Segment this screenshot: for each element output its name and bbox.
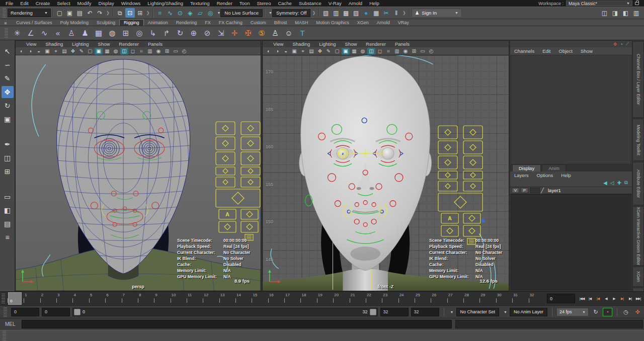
menu-item[interactable]: Display — [95, 1, 118, 6]
single-perspective-toggle-icon[interactable]: ◫ — [600, 8, 609, 18]
range-end-handle[interactable] — [370, 309, 376, 315]
aim-constraint-icon[interactable]: ⊕ — [188, 27, 200, 39]
bind-skin-icon[interactable]: ▦ — [93, 27, 105, 39]
lighting-icon[interactable]: ◑ — [273, 48, 281, 55]
channel-box-menu-item[interactable]: Object — [559, 48, 581, 54]
viewport-menu-item[interactable]: Show — [94, 41, 115, 47]
character-skeleton-icon[interactable]: ♙ — [269, 27, 281, 39]
image-plane-icon[interactable]: ▤ — [307, 48, 315, 55]
anim-layer-selector[interactable]: No Anim Layer — [510, 308, 547, 316]
current-frame-marker[interactable]: 0 — [8, 292, 22, 305]
make-live-icon[interactable]: ◎ — [205, 8, 215, 18]
shelf-tab[interactable]: Arnold — [373, 20, 394, 26]
shelf-tab[interactable]: XGen — [353, 20, 373, 26]
channel-box-toggle-icon[interactable]: ▥ — [631, 8, 641, 18]
render-settings-icon[interactable]: ▦ — [371, 8, 381, 18]
grease-pencil-icon[interactable]: ✎ — [325, 48, 333, 55]
menu-item[interactable]: Cache — [274, 1, 295, 6]
menu-item[interactable]: Windows — [118, 1, 144, 6]
save-scene-icon[interactable]: ▤ — [75, 8, 85, 18]
menu-item[interactable]: Edit — [17, 1, 32, 6]
exposure-icon[interactable]: ◴ — [180, 48, 188, 55]
panel-layout-script-icon[interactable]: ≡ — [2, 231, 14, 243]
create-joints-icon[interactable]: ✳ — [11, 27, 23, 39]
speed-state-icon[interactable]: ◔ — [620, 42, 622, 47]
frame-tick[interactable]: 26 — [431, 292, 447, 305]
menu-item[interactable]: V-Ray — [325, 1, 345, 6]
viewport-menu-item[interactable]: View — [269, 41, 288, 47]
animation-clock-icon[interactable]: ◷ — [621, 308, 630, 316]
texture-borders-icon[interactable]: ▥ — [146, 48, 154, 55]
shelf-tab[interactable]: Poly Modeling — [56, 20, 93, 26]
sidebar-tab[interactable]: XGen Interactive Groom Editor — [632, 206, 644, 266]
frame-tick[interactable]: 20 — [333, 292, 349, 305]
shelf-tab[interactable]: Animation — [144, 20, 172, 26]
face-mask-icon[interactable]: ☺ — [283, 27, 295, 39]
ipr-render-icon[interactable]: ▩ — [341, 8, 351, 18]
layer-editor-tab[interactable]: Anim — [542, 164, 566, 172]
select-by-component-icon[interactable]: ⊞ — [135, 8, 145, 18]
snap-to-grid-icon[interactable]: ⌗ — [155, 8, 165, 18]
symmetry-field[interactable]: Symmetry: Off — [272, 9, 311, 17]
shelf-tab[interactable]: Sculpting — [93, 20, 119, 26]
pan-zoom-icon[interactable]: ✥ — [69, 48, 77, 55]
shelf-tab[interactable]: MASH — [291, 20, 312, 26]
panel-layout-quad-icon[interactable]: ⊞ — [2, 165, 14, 178]
menu-item[interactable]: Stereo — [253, 1, 274, 6]
auto-keyframe-button[interactable]: ▪ — [603, 308, 612, 316]
layer-editor-menu-item[interactable]: Layers — [514, 173, 537, 178]
scale-constraint-icon[interactable]: ⇲ — [215, 27, 227, 39]
move-layer-up-icon[interactable]: ◀ — [603, 180, 607, 186]
layer-list-area[interactable] — [511, 194, 631, 290]
gate-mask-icon[interactable]: ▭ — [419, 48, 427, 55]
shelf-tab[interactable]: Rendering — [172, 20, 201, 26]
frame-tick[interactable]: 2 — [40, 292, 56, 305]
range-slider-grip[interactable] — [4, 307, 7, 317]
layer-editor-tab[interactable]: Display — [512, 164, 541, 172]
command-line-output[interactable] — [455, 320, 643, 328]
time-slider-track[interactable]: 0123456789101112131415161718192021222324… — [8, 292, 545, 305]
frame-tick[interactable]: 30 — [496, 292, 512, 305]
hik-character-icon[interactable]: T — [296, 27, 308, 39]
textured-mode-icon[interactable]: ▦ — [103, 48, 111, 55]
range-start-handle[interactable] — [74, 309, 80, 315]
go-to-start-button[interactable]: |◀◀ — [578, 294, 586, 304]
viewport-menu-item[interactable]: Panels — [143, 41, 167, 47]
shelf-tab[interactable]: FX — [201, 20, 215, 26]
orient-constraint-icon[interactable]: ↻ — [174, 27, 186, 39]
ik-handle-icon[interactable]: ∠ — [25, 27, 37, 39]
field-chart-icon[interactable]: ⊞ — [410, 48, 418, 55]
panel-layout-outliner-icon[interactable]: ▤ — [2, 218, 14, 230]
bookmark-icon[interactable]: ⌖ — [299, 48, 307, 55]
evaluation-toggle-icon[interactable]: ✜ — [633, 308, 642, 316]
add-joint-icon[interactable]: ✛ — [228, 27, 240, 39]
playback-loop-button[interactable]: ↻ — [591, 308, 600, 316]
shelf-menu-icon[interactable]: ≡ — [2, 21, 9, 26]
menu-item[interactable]: Texturing — [187, 1, 213, 6]
panel-layout-single-icon[interactable]: ▭ — [2, 191, 14, 203]
viewport-menu-item[interactable]: Shading — [288, 41, 314, 47]
frame-tick[interactable]: 29 — [479, 292, 496, 305]
frame-tick[interactable]: 1 — [24, 292, 40, 305]
frame-tick[interactable]: 28 — [463, 292, 479, 305]
render-view-icon[interactable]: ▧ — [321, 8, 331, 18]
lattice-deformer-icon[interactable]: ⊞ — [120, 27, 132, 39]
gate-mask-icon[interactable]: ▭ — [172, 48, 180, 55]
render-ball-icon[interactable]: ● — [361, 8, 371, 18]
menu-item[interactable]: Toon — [236, 1, 254, 6]
time-slider-grip[interactable] — [2, 294, 5, 303]
ik-spline-handle-icon[interactable]: ∿ — [38, 27, 50, 39]
frame-tick[interactable]: 18 — [300, 292, 316, 305]
tool-settings-toggle-icon[interactable]: ◧ — [621, 8, 630, 18]
viewport-menu-item[interactable]: Shading — [41, 41, 67, 47]
viewport-menu-item[interactable]: Lighting — [67, 41, 93, 47]
frame-tick[interactable]: 4 — [72, 292, 89, 305]
viewport-menu-item[interactable]: Renderer — [361, 41, 390, 47]
frame-tick[interactable]: 3 — [56, 292, 72, 305]
snap-to-point-icon[interactable]: ⊙ — [175, 8, 185, 18]
workspace-selector[interactable]: Maya Classic*▼ — [566, 1, 632, 6]
cut-keys-icon[interactable]: ✂ — [381, 8, 391, 18]
scale-tool-icon[interactable]: ▣ — [2, 113, 14, 125]
viewport-menu-item[interactable]: View — [22, 41, 41, 47]
five-badge-icon[interactable]: ⑤ — [256, 27, 268, 39]
